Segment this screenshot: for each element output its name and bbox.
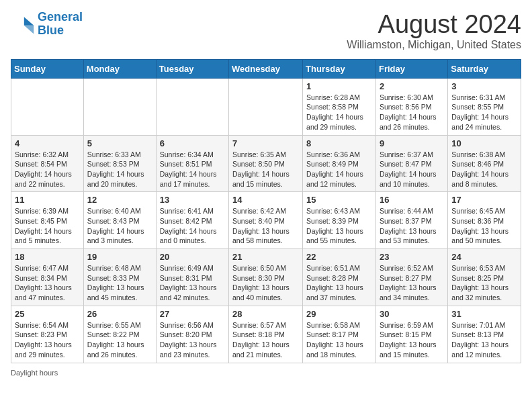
footer: Daylight hours bbox=[11, 369, 521, 377]
day-info: Sunrise: 6:39 AM Sunset: 8:45 PM Dayligh… bbox=[15, 206, 80, 246]
calendar-cell: 24Sunrise: 6:53 AM Sunset: 8:25 PM Dayli… bbox=[448, 249, 521, 306]
day-number: 20 bbox=[160, 252, 225, 262]
page-header: General Blue August 2024 Williamston, Mi… bbox=[11, 11, 521, 51]
week-row: 11Sunrise: 6:39 AM Sunset: 8:45 PM Dayli… bbox=[11, 192, 521, 249]
calendar-cell: 1Sunrise: 6:28 AM Sunset: 8:58 PM Daylig… bbox=[303, 78, 376, 135]
week-row: 18Sunrise: 6:47 AM Sunset: 8:34 PM Dayli… bbox=[11, 249, 521, 306]
day-info: Sunrise: 6:52 AM Sunset: 8:27 PM Dayligh… bbox=[380, 263, 444, 303]
day-info: Sunrise: 6:57 AM Sunset: 8:18 PM Dayligh… bbox=[232, 320, 299, 360]
calendar-cell: 12Sunrise: 6:40 AM Sunset: 8:43 PM Dayli… bbox=[83, 192, 156, 249]
day-number: 11 bbox=[15, 195, 80, 205]
day-info: Sunrise: 6:34 AM Sunset: 8:51 PM Dayligh… bbox=[160, 150, 225, 189]
day-number: 9 bbox=[380, 138, 444, 148]
day-info: Sunrise: 6:44 AM Sunset: 8:37 PM Dayligh… bbox=[380, 206, 444, 246]
weekday-header-monday: Monday bbox=[83, 59, 156, 78]
weekday-row: SundayMondayTuesdayWednesdayThursdayFrid… bbox=[11, 59, 521, 78]
day-info: Sunrise: 6:41 AM Sunset: 8:42 PM Dayligh… bbox=[160, 206, 225, 246]
svg-marker-0 bbox=[24, 17, 34, 26]
weekday-header-saturday: Saturday bbox=[448, 59, 521, 78]
day-info: Sunrise: 6:33 AM Sunset: 8:53 PM Dayligh… bbox=[87, 150, 152, 189]
calendar-cell: 25Sunrise: 6:54 AM Sunset: 8:23 PM Dayli… bbox=[11, 306, 84, 363]
calendar-cell: 30Sunrise: 6:59 AM Sunset: 8:15 PM Dayli… bbox=[375, 306, 447, 363]
calendar-cell: 3Sunrise: 6:31 AM Sunset: 8:55 PM Daylig… bbox=[448, 78, 521, 135]
calendar-cell: 21Sunrise: 6:50 AM Sunset: 8:30 PM Dayli… bbox=[229, 249, 303, 306]
calendar-cell: 10Sunrise: 6:38 AM Sunset: 8:46 PM Dayli… bbox=[448, 135, 521, 192]
weekday-header-thursday: Thursday bbox=[303, 59, 376, 78]
day-info: Sunrise: 6:35 AM Sunset: 8:50 PM Dayligh… bbox=[232, 150, 299, 189]
day-number: 18 bbox=[15, 252, 80, 262]
day-info: Sunrise: 6:51 AM Sunset: 8:28 PM Dayligh… bbox=[306, 263, 372, 303]
day-number: 29 bbox=[306, 309, 372, 319]
svg-marker-1 bbox=[24, 26, 34, 34]
calendar-cell: 14Sunrise: 6:42 AM Sunset: 8:40 PM Dayli… bbox=[229, 192, 303, 249]
day-info: Sunrise: 6:36 AM Sunset: 8:49 PM Dayligh… bbox=[306, 150, 372, 189]
calendar-cell bbox=[11, 78, 84, 135]
day-number: 21 bbox=[232, 252, 299, 262]
calendar-cell: 27Sunrise: 6:56 AM Sunset: 8:20 PM Dayli… bbox=[156, 306, 228, 363]
day-info: Sunrise: 6:56 AM Sunset: 8:20 PM Dayligh… bbox=[160, 320, 225, 360]
day-info: Sunrise: 6:30 AM Sunset: 8:56 PM Dayligh… bbox=[380, 93, 444, 132]
day-number: 28 bbox=[232, 309, 299, 319]
calendar-cell: 26Sunrise: 6:55 AM Sunset: 8:22 PM Dayli… bbox=[83, 306, 156, 363]
title-block: August 2024 Williamston, Michigan, Unite… bbox=[347, 11, 521, 51]
calendar-cell: 4Sunrise: 6:32 AM Sunset: 8:54 PM Daylig… bbox=[11, 135, 84, 192]
day-info: Sunrise: 6:48 AM Sunset: 8:33 PM Dayligh… bbox=[87, 263, 152, 303]
footer-text: Daylight hours bbox=[11, 369, 58, 377]
day-number: 4 bbox=[15, 138, 80, 148]
calendar-cell: 20Sunrise: 6:49 AM Sunset: 8:31 PM Dayli… bbox=[156, 249, 228, 306]
day-info: Sunrise: 7:01 AM Sunset: 8:13 PM Dayligh… bbox=[451, 320, 517, 360]
day-info: Sunrise: 6:45 AM Sunset: 8:36 PM Dayligh… bbox=[451, 206, 517, 246]
day-number: 7 bbox=[232, 138, 299, 148]
calendar-table: SundayMondayTuesdayWednesdayThursdayFrid… bbox=[11, 59, 521, 363]
day-number: 27 bbox=[160, 309, 225, 319]
calendar-cell: 15Sunrise: 6:43 AM Sunset: 8:39 PM Dayli… bbox=[303, 192, 376, 249]
day-number: 12 bbox=[87, 195, 152, 205]
day-number: 10 bbox=[451, 138, 517, 148]
page-title: August 2024 bbox=[347, 11, 521, 39]
day-info: Sunrise: 6:42 AM Sunset: 8:40 PM Dayligh… bbox=[232, 206, 299, 246]
day-number: 5 bbox=[87, 138, 152, 148]
calendar-cell: 11Sunrise: 6:39 AM Sunset: 8:45 PM Dayli… bbox=[11, 192, 84, 249]
calendar-cell: 17Sunrise: 6:45 AM Sunset: 8:36 PM Dayli… bbox=[448, 192, 521, 249]
day-info: Sunrise: 6:38 AM Sunset: 8:46 PM Dayligh… bbox=[451, 150, 517, 189]
calendar-cell: 29Sunrise: 6:58 AM Sunset: 8:17 PM Dayli… bbox=[303, 306, 376, 363]
day-number: 22 bbox=[306, 252, 372, 262]
logo: General Blue bbox=[11, 11, 83, 38]
calendar-cell bbox=[83, 78, 156, 135]
week-row: 4Sunrise: 6:32 AM Sunset: 8:54 PM Daylig… bbox=[11, 135, 521, 192]
weekday-header-sunday: Sunday bbox=[11, 59, 84, 78]
calendar-cell: 8Sunrise: 6:36 AM Sunset: 8:49 PM Daylig… bbox=[303, 135, 376, 192]
calendar-body: 1Sunrise: 6:28 AM Sunset: 8:58 PM Daylig… bbox=[11, 78, 521, 363]
day-info: Sunrise: 6:32 AM Sunset: 8:54 PM Dayligh… bbox=[15, 150, 80, 189]
logo-icon bbox=[11, 12, 35, 36]
day-info: Sunrise: 6:40 AM Sunset: 8:43 PM Dayligh… bbox=[87, 206, 152, 246]
calendar-cell: 31Sunrise: 7:01 AM Sunset: 8:13 PM Dayli… bbox=[448, 306, 521, 363]
day-info: Sunrise: 6:47 AM Sunset: 8:34 PM Dayligh… bbox=[15, 263, 80, 303]
calendar-cell: 2Sunrise: 6:30 AM Sunset: 8:56 PM Daylig… bbox=[375, 78, 447, 135]
calendar-cell: 9Sunrise: 6:37 AM Sunset: 8:47 PM Daylig… bbox=[375, 135, 447, 192]
logo-text: General Blue bbox=[38, 11, 83, 38]
day-info: Sunrise: 6:55 AM Sunset: 8:22 PM Dayligh… bbox=[87, 320, 152, 360]
calendar-cell bbox=[156, 78, 228, 135]
day-number: 1 bbox=[306, 81, 372, 91]
day-number: 2 bbox=[380, 81, 444, 91]
day-info: Sunrise: 6:31 AM Sunset: 8:55 PM Dayligh… bbox=[451, 93, 517, 132]
calendar-header: SundayMondayTuesdayWednesdayThursdayFrid… bbox=[11, 59, 521, 78]
week-row: 1Sunrise: 6:28 AM Sunset: 8:58 PM Daylig… bbox=[11, 78, 521, 135]
day-info: Sunrise: 6:50 AM Sunset: 8:30 PM Dayligh… bbox=[232, 263, 299, 303]
logo-line2: Blue bbox=[38, 24, 64, 37]
day-number: 16 bbox=[380, 195, 444, 205]
day-info: Sunrise: 6:53 AM Sunset: 8:25 PM Dayligh… bbox=[451, 263, 517, 303]
day-info: Sunrise: 6:54 AM Sunset: 8:23 PM Dayligh… bbox=[15, 320, 80, 360]
weekday-header-wednesday: Wednesday bbox=[229, 59, 303, 78]
calendar-cell: 23Sunrise: 6:52 AM Sunset: 8:27 PM Dayli… bbox=[375, 249, 447, 306]
day-info: Sunrise: 6:49 AM Sunset: 8:31 PM Dayligh… bbox=[160, 263, 225, 303]
day-number: 13 bbox=[160, 195, 225, 205]
calendar-cell: 19Sunrise: 6:48 AM Sunset: 8:33 PM Dayli… bbox=[83, 249, 156, 306]
calendar-cell: 13Sunrise: 6:41 AM Sunset: 8:42 PM Dayli… bbox=[156, 192, 228, 249]
day-number: 14 bbox=[232, 195, 299, 205]
weekday-header-friday: Friday bbox=[375, 59, 447, 78]
day-number: 3 bbox=[451, 81, 517, 91]
day-number: 30 bbox=[380, 309, 444, 319]
page-subtitle: Williamston, Michigan, United States bbox=[347, 39, 521, 51]
